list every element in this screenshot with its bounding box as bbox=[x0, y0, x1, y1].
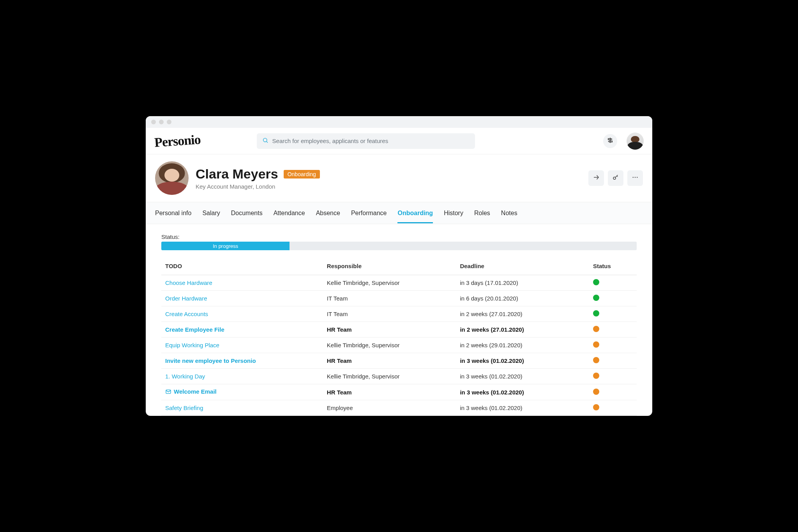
search-field[interactable] bbox=[257, 133, 475, 149]
key-icon bbox=[612, 174, 619, 182]
deadline-cell: in 3 days (17.01.2020) bbox=[456, 275, 589, 291]
status-cell bbox=[589, 275, 637, 291]
responsible-cell: HR Team bbox=[323, 322, 456, 338]
todo-link[interactable]: Safety Briefing bbox=[165, 405, 203, 411]
responsible-cell: IT Team bbox=[323, 306, 456, 322]
status-progress-fill: In progress bbox=[161, 242, 290, 250]
search-input[interactable] bbox=[272, 138, 470, 144]
profile-header: Clara Meyers Onboarding Key Account Mana… bbox=[146, 154, 652, 202]
tab-personal-info[interactable]: Personal info bbox=[155, 203, 191, 223]
app-logo[interactable]: Personio bbox=[154, 132, 201, 150]
status-dot-icon bbox=[593, 310, 599, 316]
status-cell bbox=[589, 369, 637, 384]
status-cell bbox=[589, 384, 637, 400]
mail-icon bbox=[165, 389, 171, 395]
more-button[interactable] bbox=[627, 170, 643, 186]
table-header-row: TODO Responsible Deadline Status bbox=[161, 259, 637, 275]
enter-icon bbox=[593, 174, 600, 182]
deadline-cell: in 2 weeks (29.01.2020) bbox=[456, 338, 589, 353]
enter-button[interactable] bbox=[588, 170, 604, 186]
status-cell bbox=[589, 322, 637, 338]
status-cell bbox=[589, 400, 637, 415]
tab-absence[interactable]: Absence bbox=[316, 203, 340, 223]
table-row: Create AccountsIT Teamin 2 weeks (27.01.… bbox=[161, 306, 637, 322]
status-progress-text: In progress bbox=[213, 243, 238, 249]
ellipsis-icon bbox=[632, 174, 639, 182]
top-bar: Personio bbox=[146, 128, 652, 154]
current-user-avatar[interactable] bbox=[627, 133, 644, 150]
deadline-cell: in 6 days (20.01.2020) bbox=[456, 291, 589, 306]
svg-point-3 bbox=[633, 177, 634, 178]
todo-text: Create Accounts bbox=[165, 311, 208, 317]
profile-tabs: Personal infoSalaryDocumentsAttendanceAb… bbox=[146, 202, 652, 224]
deadline-cell: in 3 weeks (01.02.2020) bbox=[456, 369, 589, 384]
tab-history[interactable]: History bbox=[444, 203, 463, 223]
todo-link[interactable]: Choose Hardware bbox=[165, 279, 212, 286]
tab-roles[interactable]: Roles bbox=[474, 203, 490, 223]
todo-link[interactable]: Order Hardware bbox=[165, 295, 207, 302]
tab-performance[interactable]: Performance bbox=[351, 203, 387, 223]
col-header-todo: TODO bbox=[161, 259, 323, 275]
window-dot bbox=[151, 120, 156, 124]
status-dot-icon bbox=[593, 357, 599, 363]
window-titlebar bbox=[146, 116, 652, 128]
todo-link[interactable]: 1. Working Day bbox=[165, 373, 205, 380]
tab-onboarding[interactable]: Onboarding bbox=[397, 203, 433, 223]
todo-text: Choose Hardware bbox=[165, 279, 212, 286]
status-cell bbox=[589, 306, 637, 322]
employee-status-badge: Onboarding bbox=[284, 170, 320, 179]
responsible-cell: IT Team bbox=[323, 291, 456, 306]
window-dot bbox=[167, 120, 171, 124]
responsible-cell: Kellie Timbridge, Supervisor bbox=[323, 369, 456, 384]
tab-documents[interactable]: Documents bbox=[231, 203, 263, 223]
table-row: Order HardwareIT Teamin 6 days (20.01.20… bbox=[161, 291, 637, 306]
signpost-button[interactable] bbox=[603, 134, 617, 148]
app-window: Personio bbox=[146, 116, 652, 416]
svg-point-5 bbox=[637, 177, 637, 178]
deadline-cell: in 3 weeks (01.02.2020) bbox=[456, 353, 589, 369]
deadline-cell: in 2 weeks (27.01.2020) bbox=[456, 322, 589, 338]
todo-text: 1. Working Day bbox=[165, 373, 205, 380]
status-dot-icon bbox=[593, 404, 599, 410]
key-button[interactable] bbox=[608, 170, 623, 186]
status-progress: In progress bbox=[161, 242, 637, 250]
employee-avatar[interactable] bbox=[155, 161, 189, 195]
svg-point-0 bbox=[263, 138, 267, 141]
signpost-icon bbox=[607, 137, 614, 145]
todo-text: Order Hardware bbox=[165, 295, 207, 302]
svg-point-2 bbox=[613, 177, 616, 180]
table-row: Welcome EmailHR Teamin 3 weeks (01.02.20… bbox=[161, 384, 637, 400]
table-row: Choose HardwareKellie Timbridge, Supervi… bbox=[161, 275, 637, 291]
onboarding-todo-table: TODO Responsible Deadline Status Choose … bbox=[161, 259, 637, 416]
status-cell bbox=[589, 338, 637, 353]
todo-link[interactable]: Invite new employee to Personio bbox=[165, 357, 256, 364]
status-dot-icon bbox=[593, 279, 599, 285]
responsible-cell: HR Team bbox=[323, 384, 456, 400]
todo-link[interactable]: Equip Working Place bbox=[165, 342, 219, 348]
todo-text: Create Employee File bbox=[165, 326, 224, 333]
tab-salary[interactable]: Salary bbox=[202, 203, 220, 223]
todo-link[interactable]: Create Accounts bbox=[165, 311, 208, 317]
profile-actions bbox=[588, 170, 643, 186]
responsible-cell: Kellie Timbridge, Supervisor bbox=[323, 338, 456, 353]
todo-link[interactable]: Welcome Email bbox=[165, 388, 217, 395]
col-header-responsible: Responsible bbox=[323, 259, 456, 275]
table-row: Safety BriefingEmployeein 3 weeks (01.02… bbox=[161, 400, 637, 415]
employee-name: Clara Meyers bbox=[196, 166, 278, 182]
responsible-cell: HR Team bbox=[323, 353, 456, 369]
table-row: Equip Working PlaceKellie Timbridge, Sup… bbox=[161, 338, 637, 353]
status-cell bbox=[589, 353, 637, 369]
status-label: Status: bbox=[161, 233, 637, 240]
onboarding-content: Status: In progress TODO Responsible Dea… bbox=[146, 224, 652, 416]
table-row: 1. Working DayKellie Timbridge, Supervis… bbox=[161, 369, 637, 384]
employee-name-block: Clara Meyers Onboarding Key Account Mana… bbox=[196, 166, 320, 190]
search-wrap bbox=[257, 133, 475, 149]
tab-attendance[interactable]: Attendance bbox=[274, 203, 305, 223]
deadline-cell: in 3 weeks (01.02.2020) bbox=[456, 400, 589, 415]
todo-link[interactable]: Create Employee File bbox=[165, 326, 224, 333]
col-header-status: Status bbox=[589, 259, 637, 275]
tab-notes[interactable]: Notes bbox=[501, 203, 517, 223]
window-dot bbox=[159, 120, 164, 124]
svg-line-1 bbox=[267, 141, 268, 143]
deadline-cell: in 2 weeks (27.01.2020) bbox=[456, 306, 589, 322]
